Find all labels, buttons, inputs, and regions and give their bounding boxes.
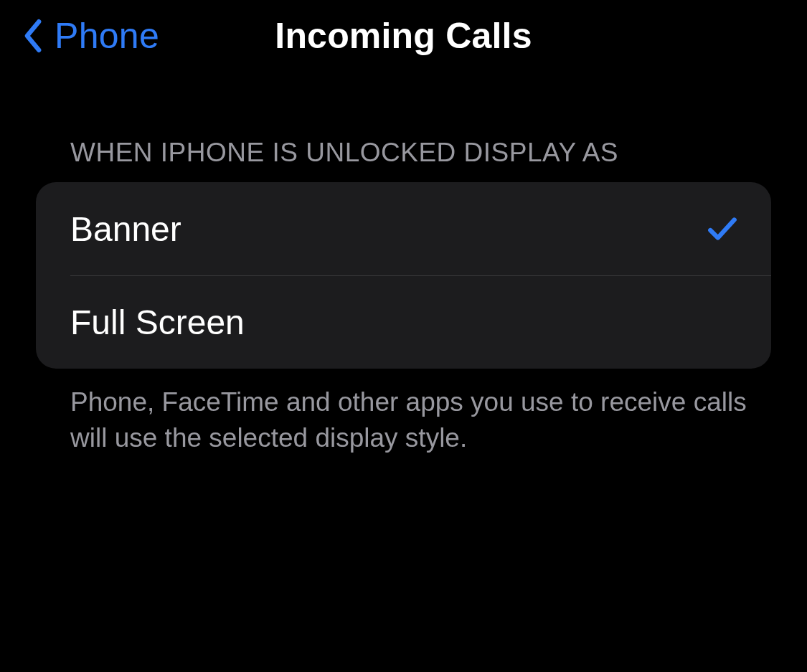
option-full-screen[interactable]: Full Screen [36,275,771,369]
navigation-bar: Phone Incoming Calls [0,0,807,72]
checkmark-icon [705,212,740,246]
back-label: Phone [55,15,159,57]
option-banner[interactable]: Banner [36,182,771,275]
page-title: Incoming Calls [275,15,532,57]
back-button[interactable]: Phone [20,15,159,57]
option-label: Banner [70,209,181,249]
display-style-group: Banner Full Screen [36,182,771,369]
content: WHEN IPHONE IS UNLOCKED DISPLAY AS Banne… [0,138,807,456]
option-label: Full Screen [70,303,245,342]
section-header: WHEN IPHONE IS UNLOCKED DISPLAY AS [70,138,771,168]
section-footer: Phone, FaceTime and other apps you use t… [70,384,757,456]
chevron-left-icon [20,16,46,56]
